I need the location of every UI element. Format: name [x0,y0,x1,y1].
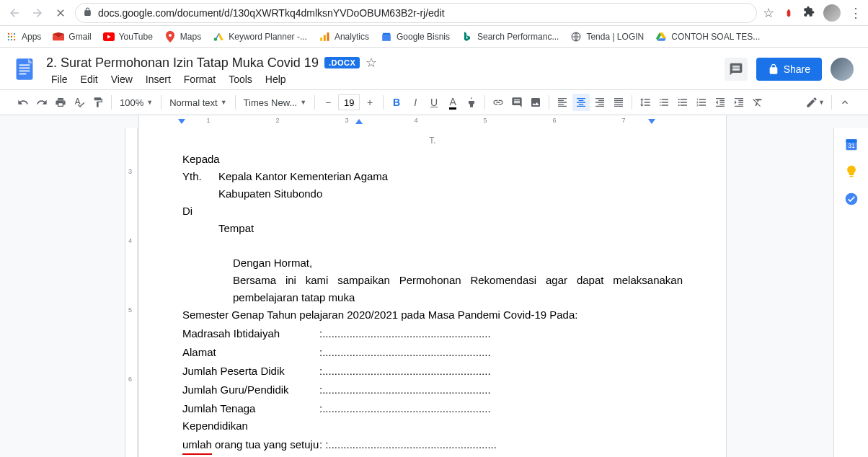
font-size-increase[interactable]: + [361,94,378,111]
font-size-decrease[interactable]: − [319,94,337,111]
line-spacing-button[interactable] [637,94,654,111]
svg-point-4 [11,35,12,37]
bing-icon [461,31,473,43]
keep-icon[interactable] [844,164,859,179]
menu-help[interactable]: Help [260,72,291,86]
text-hormat: Dengan Hormat, [182,254,683,272]
ads-icon [213,31,224,43]
svg-point-10 [169,34,172,37]
font-size-input[interactable] [338,94,360,110]
bookmark-analytics[interactable]: Analytics [319,31,369,43]
document-title[interactable]: 2. Surat Permohonan Izin Tatap Muka Covi… [46,56,319,71]
account-avatar[interactable] [831,58,854,81]
tasks-icon[interactable] [844,192,859,206]
menu-edit[interactable]: Edit [76,72,103,86]
bookmark-tenda[interactable]: Tenda | LOGIN [570,31,644,43]
highlight-button[interactable] [463,94,480,111]
bullet-list-button[interactable] [674,94,691,111]
profile-avatar[interactable] [823,4,841,22]
indent-decrease-button[interactable] [712,94,729,111]
expand-toolbar-button[interactable] [836,94,854,111]
menu-file[interactable]: File [46,72,73,86]
bold-button[interactable]: B [388,94,405,111]
indent-marker-first[interactable] [355,119,363,124]
address-bar[interactable]: docs.google.com/document/d/130qXWRTkq4dm… [75,3,757,23]
back-button[interactable] [6,4,23,22]
bookmark-keyword[interactable]: Keyword Planner -... [213,31,307,43]
indent-marker-left[interactable] [178,119,185,124]
svg-rect-25 [849,176,853,177]
star-button[interactable]: ☆ [366,55,377,71]
analytics-icon [319,31,330,43]
menu-format[interactable]: Format [179,72,221,86]
text-color-button[interactable]: A [444,94,461,111]
label-guru: Jumlah Guru/Pendidik [182,381,319,399]
align-justify-button[interactable] [610,94,627,111]
svg-point-8 [14,38,15,40]
font-select[interactable]: Times New... ▼ [240,94,311,111]
bookmarks-bar: Apps Gmail YouTube Maps Keyword Planner … [0,26,868,48]
italic-button[interactable]: I [407,94,424,111]
style-select[interactable]: Normal text ▼ [166,94,230,111]
docs-logo[interactable] [12,56,37,82]
bookmark-maps[interactable]: Maps [164,31,201,43]
bookmark-gmail[interactable]: Gmail [53,31,91,43]
bookmark-contoh[interactable]: CONTOH SOAL TES... [655,31,760,43]
menu-bar: File Edit View Insert Format Tools Help [46,72,719,86]
chrome-menu-icon[interactable]: ⋮ [849,5,862,21]
svg-rect-18 [19,64,30,66]
checklist-button[interactable] [655,94,673,111]
extension-icon-1[interactable] [783,7,794,19]
paint-format-button[interactable] [89,94,107,111]
docx-badge: .DOCX [324,57,360,68]
underline-button[interactable]: U [425,94,443,111]
text-para1: Bersama ini kami sampaikan Permohonan Re… [182,272,683,306]
clear-formatting-button[interactable] [749,94,766,111]
text-kepada: Kepada [182,151,683,168]
comment-button[interactable] [508,94,526,111]
bookmark-apps[interactable]: Apps [6,31,41,43]
link-button[interactable] [490,94,507,111]
url-text: docs.google.com/document/d/130qXWRTkq4dm… [98,7,445,19]
spellcheck-button[interactable] [71,94,88,111]
svg-point-3 [8,35,9,37]
comments-button[interactable] [725,58,748,81]
bookmark-youtube[interactable]: YouTube [103,31,153,43]
text-tempat: Tempat [182,220,683,237]
share-label: Share [784,63,810,75]
extensions-icon[interactable] [803,6,815,20]
bookmark-star-icon[interactable]: ☆ [763,5,774,21]
align-left-button[interactable] [554,94,571,111]
stop-button[interactable] [52,4,69,22]
redo-button[interactable] [33,94,50,111]
document-page[interactable]: T. Kepada Yth. Kepala Kantor Kementerian… [138,128,727,457]
menu-view[interactable]: View [106,72,138,86]
horizontal-ruler[interactable]: 1 2 3 4 5 6 7 [138,115,727,128]
svg-rect-20 [19,71,30,72]
bookmark-label: CONTOH SOAL TES... [671,32,760,42]
menu-insert[interactable]: Insert [141,72,176,86]
share-button[interactable]: Share [756,58,822,81]
menu-tools[interactable]: Tools [223,72,257,86]
indent-marker-right[interactable] [648,119,655,124]
zoom-select[interactable]: 100% ▼ [116,94,156,111]
page-top-marker: T. [182,134,683,148]
bookmark-label: Maps [180,32,201,42]
editing-mode-button[interactable]: ▼ [803,94,827,111]
vertical-ruler[interactable]: 3 4 5 6 [125,128,138,457]
image-button[interactable] [527,94,544,111]
undo-button[interactable] [14,94,32,111]
print-button[interactable] [52,94,69,111]
bookmark-bisnis[interactable]: Google Bisnis [381,31,450,43]
numbered-list-button[interactable] [693,94,710,111]
forward-button[interactable] [29,4,46,22]
align-center-button[interactable] [572,94,590,111]
calendar-icon[interactable]: 31 [844,137,859,151]
indent-increase-button[interactable] [730,94,748,111]
bookmark-search[interactable]: Search Performanc... [461,31,559,43]
svg-point-11 [214,37,218,41]
svg-point-2 [14,32,15,34]
align-right-button[interactable] [591,94,608,111]
text-kepala: Kepala Kantor Kementerian Agama [218,168,388,185]
bookmark-label: YouTube [119,32,153,42]
